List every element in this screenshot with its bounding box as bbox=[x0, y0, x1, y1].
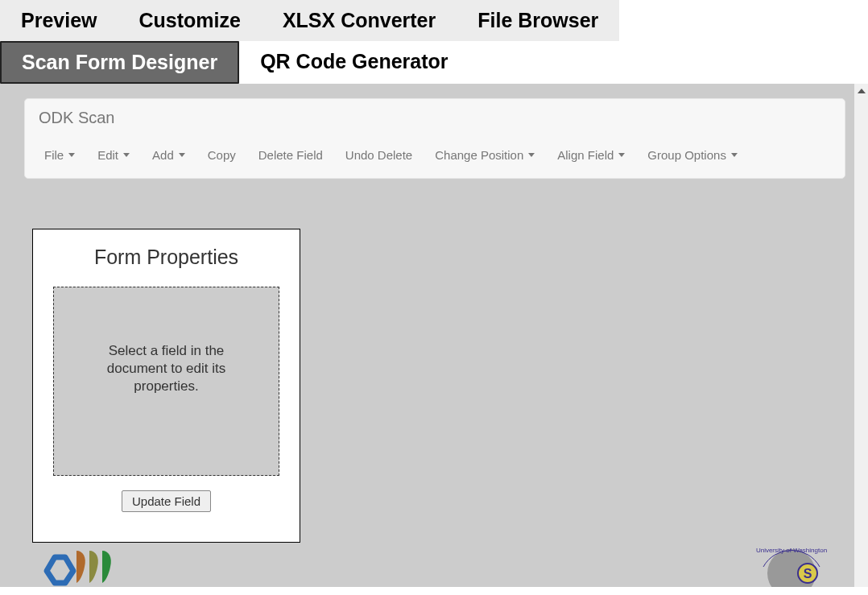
caret-icon bbox=[179, 153, 185, 157]
tab-xlsx-converter[interactable]: XLSX Converter bbox=[262, 0, 457, 41]
menu-group-label: Group Options bbox=[647, 148, 726, 162]
toolbar-panel: ODK Scan File Edit Add Copy Delete Field… bbox=[24, 98, 845, 179]
update-field-button[interactable]: Update Field bbox=[122, 490, 211, 512]
footer-logos: University of Washington S bbox=[43, 543, 836, 587]
tab-qr-code-generator[interactable]: QR Code Generator bbox=[239, 41, 469, 84]
odk-logo-icon bbox=[43, 543, 123, 587]
menu-file-label: File bbox=[44, 148, 64, 162]
uw-logo-icon: University of Washington S bbox=[747, 543, 836, 587]
menu-add-label: Add bbox=[152, 148, 174, 162]
content-area: ODK Scan File Edit Add Copy Delete Field… bbox=[0, 84, 868, 587]
tab-preview[interactable]: Preview bbox=[0, 0, 118, 41]
svg-marker-0 bbox=[858, 89, 866, 93]
caret-icon bbox=[528, 153, 535, 157]
menu-undo-label: Undo Delete bbox=[345, 148, 412, 162]
main-tab-bar: Preview Customize XLSX Converter File Br… bbox=[0, 0, 868, 84]
menu-change-position[interactable]: Change Position bbox=[424, 142, 546, 168]
menu-delete-field[interactable]: Delete Field bbox=[247, 142, 334, 168]
menu-edit[interactable]: Edit bbox=[86, 142, 141, 168]
caret-icon bbox=[68, 153, 75, 157]
form-properties-title: Form Properties bbox=[53, 246, 279, 269]
app-title: ODK Scan bbox=[25, 99, 845, 135]
vertical-scrollbar[interactable] bbox=[854, 84, 868, 587]
menu-add[interactable]: Add bbox=[141, 142, 196, 168]
tab-scan-form-designer[interactable]: Scan Form Designer bbox=[0, 41, 239, 84]
caret-icon bbox=[731, 153, 738, 157]
svg-text:S: S bbox=[804, 567, 812, 581]
menu-undo-delete[interactable]: Undo Delete bbox=[334, 142, 424, 168]
menu-edit-label: Edit bbox=[97, 148, 118, 162]
menu-delete-label: Delete Field bbox=[258, 148, 323, 162]
menu-group-options[interactable]: Group Options bbox=[636, 142, 749, 168]
form-properties-dropzone: Select a field in the document to edit i… bbox=[53, 287, 279, 476]
menu-align-field[interactable]: Align Field bbox=[546, 142, 636, 168]
form-properties-placeholder: Select a field in the document to edit i… bbox=[86, 342, 247, 395]
menu-copy[interactable]: Copy bbox=[196, 142, 247, 168]
menu-copy-label: Copy bbox=[208, 148, 236, 162]
tab-file-browser[interactable]: File Browser bbox=[457, 0, 619, 41]
caret-icon bbox=[618, 153, 625, 157]
menu-change-position-label: Change Position bbox=[435, 148, 523, 162]
toolbar-menu: File Edit Add Copy Delete Field Undo Del… bbox=[25, 135, 845, 178]
svg-text:University of Washington: University of Washington bbox=[756, 547, 827, 554]
menu-file[interactable]: File bbox=[33, 142, 86, 168]
scroll-up-icon[interactable] bbox=[854, 84, 868, 97]
tab-customize[interactable]: Customize bbox=[118, 0, 262, 41]
menu-align-label: Align Field bbox=[557, 148, 614, 162]
caret-icon bbox=[123, 153, 130, 157]
form-properties-panel: Form Properties Select a field in the do… bbox=[32, 229, 300, 543]
